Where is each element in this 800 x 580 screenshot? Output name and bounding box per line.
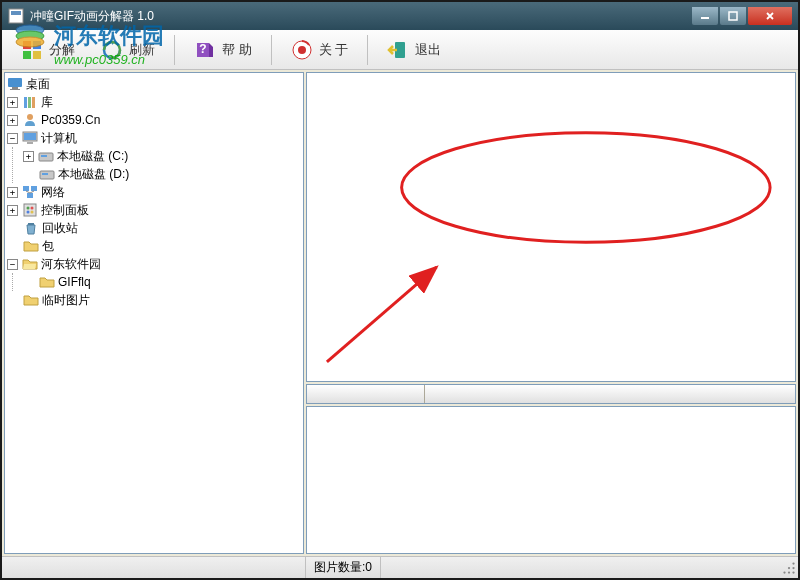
expand-toggle[interactable]: +: [7, 205, 18, 216]
decompose-icon: [21, 39, 43, 61]
tab-strip[interactable]: [306, 384, 796, 404]
help-button[interactable]: ? 帮 助: [183, 34, 263, 66]
maximize-button[interactable]: [720, 7, 746, 25]
toolbar-separator: [271, 35, 272, 65]
tree-node-pc0359[interactable]: + Pc0359.Cn: [7, 111, 301, 129]
tree-node-control-panel[interactable]: + 控制面板: [7, 201, 301, 219]
close-button[interactable]: [748, 7, 792, 25]
tree-node-temp-images[interactable]: 临时图片: [7, 291, 301, 309]
svg-rect-8: [33, 41, 41, 49]
status-cell-left: [2, 557, 306, 578]
close-icon: [765, 11, 775, 21]
tree-label: 库: [41, 94, 53, 111]
user-icon: [22, 112, 38, 128]
expand-toggle[interactable]: +: [7, 187, 18, 198]
refresh-label: 刷新: [129, 41, 155, 59]
tree-node-recycle-bin[interactable]: 回收站: [7, 219, 301, 237]
svg-rect-17: [10, 89, 20, 90]
library-icon: [22, 94, 38, 110]
app-icon: [8, 8, 24, 24]
tree-node-computer[interactable]: − 计算机: [7, 129, 301, 147]
svg-rect-10: [33, 51, 41, 59]
svg-text:?: ?: [199, 42, 206, 56]
svg-rect-31: [27, 193, 33, 198]
window-title: 冲曈GIF动画分解器 1.0: [30, 8, 692, 25]
svg-rect-32: [24, 204, 36, 216]
svg-rect-19: [28, 97, 31, 108]
svg-rect-18: [24, 97, 27, 108]
tree-node-hedong[interactable]: − 河东软件园: [7, 255, 301, 273]
toolbar-separator: [367, 35, 368, 65]
desktop-icon: [7, 76, 23, 92]
tree-node-disk-c[interactable]: + 本地磁盘 (C:): [13, 147, 301, 165]
refresh-button[interactable]: 刷新: [90, 34, 166, 66]
svg-rect-37: [28, 223, 34, 225]
svg-rect-7: [23, 41, 31, 49]
help-label: 帮 助: [222, 41, 252, 59]
tree-node-library[interactable]: + 库: [7, 93, 301, 111]
folder-open-icon: [22, 256, 38, 272]
tree-label: 临时图片: [42, 292, 90, 309]
about-button[interactable]: 关 于: [280, 34, 360, 66]
about-label: 关 于: [319, 41, 349, 59]
tree-label: 桌面: [26, 76, 50, 93]
app-window: 河东软件园 www.pc0359.cn 冲曈GIF动画分解器 1.0: [0, 0, 800, 580]
svg-rect-5: [701, 17, 709, 19]
tree-label: 本地磁盘 (C:): [57, 148, 128, 165]
tree-node-network[interactable]: + 网络: [7, 183, 301, 201]
tree-label: 计算机: [41, 130, 77, 147]
disk-icon: [39, 166, 55, 182]
folder-tree-panel[interactable]: 桌面 + 库 + Pc0359.Cn − 计算机: [4, 72, 304, 554]
svg-point-38: [402, 133, 770, 243]
frame-list-panel[interactable]: [306, 406, 796, 554]
svg-line-39: [327, 267, 437, 362]
minimize-button[interactable]: [692, 7, 718, 25]
decompose-button[interactable]: 分解: [10, 34, 86, 66]
tree-label: 河东软件园: [41, 256, 101, 273]
help-icon: ?: [194, 39, 216, 61]
svg-point-36: [31, 211, 34, 214]
content-area: 桌面 + 库 + Pc0359.Cn − 计算机: [2, 70, 798, 556]
expand-toggle[interactable]: +: [23, 151, 34, 162]
expand-toggle[interactable]: +: [7, 97, 18, 108]
svg-rect-30: [31, 186, 37, 191]
maximize-icon: [728, 11, 738, 21]
svg-rect-6: [729, 12, 737, 20]
folder-icon: [23, 292, 39, 308]
window-controls: [692, 7, 792, 25]
titlebar[interactable]: 冲曈GIF动画分解器 1.0: [2, 2, 798, 30]
exit-button[interactable]: 退出: [376, 34, 452, 66]
toolbar-separator: [174, 35, 175, 65]
about-icon: [291, 39, 313, 61]
tree-node-package[interactable]: 包: [7, 237, 301, 255]
svg-rect-16: [12, 87, 18, 89]
svg-rect-29: [23, 186, 29, 191]
svg-rect-28: [42, 173, 48, 175]
tree-node-desktop[interactable]: 桌面: [7, 75, 301, 93]
collapse-toggle[interactable]: −: [7, 259, 18, 270]
preview-area[interactable]: [306, 72, 796, 382]
tree-node-disk-d[interactable]: 本地磁盘 (D:): [13, 165, 301, 183]
svg-point-44: [788, 571, 790, 573]
resize-grip-icon[interactable]: [780, 559, 798, 577]
tree-node-gifflq[interactable]: GIFflq: [13, 273, 301, 291]
annotation-overlay: [307, 73, 795, 370]
tree-label: GIFflq: [58, 275, 91, 289]
tab-cell[interactable]: [307, 385, 425, 403]
disk-icon: [38, 148, 54, 164]
folder-icon: [39, 274, 55, 290]
expand-toggle[interactable]: +: [7, 115, 18, 126]
svg-point-41: [788, 566, 790, 568]
svg-rect-24: [27, 142, 33, 144]
svg-point-42: [792, 566, 794, 568]
svg-point-43: [783, 571, 785, 573]
svg-rect-23: [24, 133, 36, 140]
svg-rect-15: [8, 78, 22, 87]
toolbar: 分解 刷新 ? 帮 助 关 于 退出: [2, 30, 798, 70]
svg-point-35: [27, 211, 30, 214]
svg-point-34: [31, 207, 34, 210]
collapse-toggle[interactable]: −: [7, 133, 18, 144]
tree-label: 包: [42, 238, 54, 255]
svg-point-45: [792, 571, 794, 573]
tree-label: Pc0359.Cn: [41, 113, 100, 127]
